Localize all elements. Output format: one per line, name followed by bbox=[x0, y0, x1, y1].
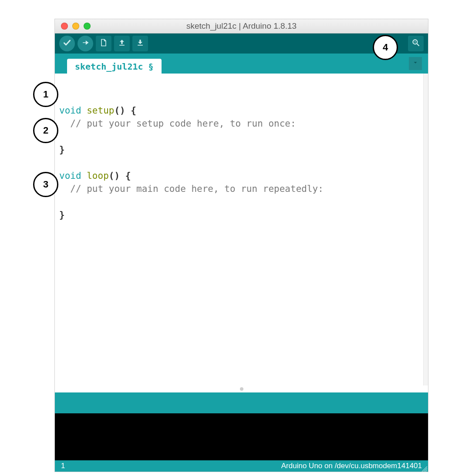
pane-sash[interactable] bbox=[55, 385, 428, 392]
arduino-ide-window: sketch_jul21c | Arduino 1.8.13 bbox=[55, 19, 428, 472]
toolbar bbox=[55, 34, 428, 54]
verify-button[interactable] bbox=[59, 36, 75, 51]
comment: // put your setup code here, to run once… bbox=[59, 118, 296, 129]
chevron-down-icon bbox=[412, 60, 418, 67]
check-icon bbox=[63, 38, 71, 49]
comment: // put your main code here, to run repea… bbox=[59, 184, 324, 194]
magnifier-icon bbox=[411, 38, 420, 49]
fn-setup: setup bbox=[81, 105, 115, 116]
grip-icon bbox=[240, 387, 243, 391]
svg-rect-1 bbox=[138, 45, 143, 46]
callout-1: 1 bbox=[33, 82, 58, 107]
arrow-up-icon bbox=[118, 38, 126, 49]
window-title: sketch_jul21c | Arduino 1.8.13 bbox=[55, 21, 428, 31]
keyword-void: void bbox=[59, 105, 81, 116]
resize-grip-icon bbox=[420, 465, 427, 472]
arrow-down-icon bbox=[136, 38, 145, 49]
minimize-window-button[interactable] bbox=[72, 23, 79, 30]
editor-scrollbar[interactable] bbox=[423, 74, 428, 385]
tab-active[interactable]: sketch_jul21c § bbox=[67, 59, 162, 74]
upload-button[interactable] bbox=[78, 36, 93, 51]
save-sketch-button[interactable] bbox=[132, 36, 148, 51]
syntax: () { bbox=[114, 105, 136, 116]
message-area bbox=[55, 392, 428, 413]
callout-3: 3 bbox=[33, 172, 58, 197]
new-sketch-button[interactable] bbox=[96, 36, 111, 51]
syntax: () { bbox=[109, 171, 131, 181]
syntax: } bbox=[59, 210, 65, 220]
svg-line-7 bbox=[425, 470, 427, 472]
file-icon bbox=[99, 38, 108, 49]
zoom-window-button[interactable] bbox=[84, 23, 91, 30]
svg-line-3 bbox=[417, 44, 419, 46]
close-window-button[interactable] bbox=[61, 23, 68, 30]
titlebar: sketch_jul21c | Arduino 1.8.13 bbox=[55, 19, 428, 34]
window-controls bbox=[61, 23, 91, 30]
svg-rect-0 bbox=[119, 45, 125, 46]
board-port-info: Arduino Uno on /dev/cu.usbmodem141401 bbox=[281, 462, 422, 470]
code-editor[interactable]: void setup() { // put your setup code he… bbox=[55, 74, 428, 385]
arrow-right-icon bbox=[81, 38, 90, 49]
svg-point-4 bbox=[415, 41, 416, 43]
callout-4: 4 bbox=[373, 35, 398, 60]
line-number: 1 bbox=[61, 462, 65, 470]
callout-2: 2 bbox=[33, 118, 58, 143]
status-bar: 1 Arduino Uno on /dev/cu.usbmodem141401 bbox=[55, 460, 428, 472]
console-output bbox=[55, 413, 428, 460]
serial-monitor-button[interactable] bbox=[408, 36, 424, 51]
tab-strip: sketch_jul21c § bbox=[55, 54, 428, 74]
tab-menu-button[interactable] bbox=[409, 57, 422, 70]
syntax: } bbox=[59, 144, 65, 155]
fn-loop: loop bbox=[81, 171, 109, 181]
svg-line-6 bbox=[424, 468, 427, 472]
keyword-void: void bbox=[59, 171, 81, 181]
open-sketch-button[interactable] bbox=[114, 36, 130, 51]
